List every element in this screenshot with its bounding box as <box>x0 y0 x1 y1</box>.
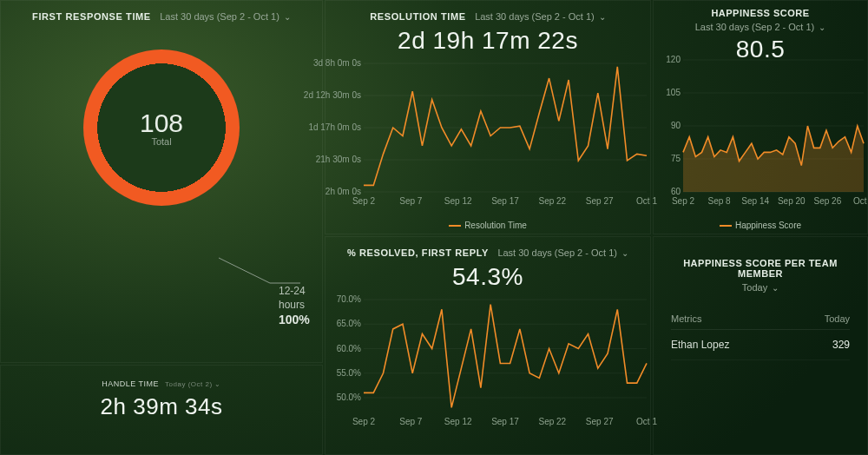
chart-svg: 50.0%55.0%60.0%65.0%70.0%Sep 2Sep 7Sep 1… <box>364 300 647 428</box>
svg-text:Oct 1: Oct 1 <box>853 196 868 206</box>
chart-resolution: 2h 0m 0s21h 30m 0s1d 17h 0m 0s2d 12h 30m… <box>364 63 647 208</box>
panel-header: HANDLE TIME Today (Oct 2) ⌄ <box>1 366 322 388</box>
svg-text:Sep 14: Sep 14 <box>741 196 769 206</box>
date-range-label: Today (Oct 2) <box>165 380 213 388</box>
panel-header: HAPPINESS SCORE Last 30 days (Sep 2 - Oc… <box>654 1 867 32</box>
svg-text:120: 120 <box>666 55 681 64</box>
callout-line1: 12-24 <box>279 284 310 298</box>
svg-text:60: 60 <box>671 187 681 196</box>
kpi-value: 2d 19h 17m 22s <box>326 27 650 55</box>
svg-text:Sep 2: Sep 2 <box>672 196 695 206</box>
table-row[interactable]: Ethan Lopez329 <box>671 330 850 360</box>
panel-header: RESOLUTION TIME Last 30 days (Sep 2 - Oc… <box>326 1 650 23</box>
date-range-selector[interactable]: Last 30 days (Sep 2 - Oct 1) ⌄ <box>654 22 867 32</box>
svg-text:75: 75 <box>671 154 681 163</box>
kpi-title: HANDLE TIME <box>102 379 159 388</box>
svg-text:70.0%: 70.0% <box>337 294 361 304</box>
chart-resolved: 50.0%55.0%60.0%65.0%70.0%Sep 2Sep 7Sep 1… <box>364 300 647 428</box>
col-metric: Metrics <box>671 313 701 324</box>
chevron-down-icon: ⌄ <box>599 12 606 22</box>
svg-text:2h 0m 0s: 2h 0m 0s <box>326 187 361 196</box>
kpi-value: 54.3% <box>326 263 650 291</box>
legend-swatch <box>449 225 461 227</box>
panel-happiness-score: HAPPINESS SCORE Last 30 days (Sep 2 - Oc… <box>653 0 868 234</box>
row-value: 329 <box>832 339 850 351</box>
kpi-title: % RESOLVED, FIRST REPLY <box>347 247 489 258</box>
svg-text:Sep 22: Sep 22 <box>538 417 566 426</box>
kpi-title: HAPPINESS SCORE <box>654 8 867 18</box>
svg-text:Sep 2: Sep 2 <box>352 196 376 206</box>
chevron-down-icon: ⌄ <box>819 23 825 32</box>
date-range-selector[interactable]: Today ⌄ <box>671 282 850 293</box>
svg-text:60.0%: 60.0% <box>337 344 361 353</box>
chart-happiness: 607590105120Sep 2Sep 8Sep 14Sep 20Sep 26… <box>683 60 864 208</box>
chart-legend: Happiness Score <box>654 221 867 230</box>
svg-text:Sep 7: Sep 7 <box>399 196 423 206</box>
svg-text:21h 30m 0s: 21h 30m 0s <box>316 155 361 164</box>
date-range-selector[interactable]: Last 30 days (Sep 2 - Oct 1) ⌄ <box>497 247 628 258</box>
panel-resolution-time: RESOLUTION TIME Last 30 days (Sep 2 - Oc… <box>325 0 651 234</box>
chevron-down-icon: ⌄ <box>772 283 779 293</box>
chart-legend: Resolution Time <box>326 221 650 230</box>
panel-resolved-first-reply: % RESOLVED, FIRST REPLY Last 30 days (Se… <box>325 236 651 455</box>
kpi-title: HAPPINESS SCORE PER TEAM MEMBER <box>671 258 850 279</box>
date-range-label: Last 30 days (Sep 2 - Oct 1) <box>475 11 595 22</box>
panel-happiness-per-member: HAPPINESS SCORE PER TEAM MEMBER Today ⌄ … <box>653 236 868 455</box>
svg-text:Sep 12: Sep 12 <box>444 417 472 426</box>
svg-text:Sep 17: Sep 17 <box>491 417 519 426</box>
svg-text:65.0%: 65.0% <box>337 319 361 328</box>
leader-line <box>1 1 324 364</box>
date-range-selector[interactable]: Today (Oct 2) ⌄ <box>165 380 221 388</box>
svg-text:Sep 17: Sep 17 <box>491 196 519 206</box>
svg-text:Sep 8: Sep 8 <box>708 196 732 206</box>
kpi-value: 2h 39m 34s <box>1 393 322 420</box>
panel-handle-time: HANDLE TIME Today (Oct 2) ⌄ 2h 39m 34s <box>0 365 323 455</box>
svg-text:Sep 22: Sep 22 <box>538 196 566 206</box>
chevron-down-icon: ⌄ <box>621 248 628 258</box>
svg-text:105: 105 <box>666 88 681 97</box>
svg-text:Sep 2: Sep 2 <box>352 417 376 426</box>
svg-text:Sep 27: Sep 27 <box>586 417 614 426</box>
table-header: Metrics Today <box>671 305 850 330</box>
callout-line2: hours <box>279 298 310 312</box>
date-range-selector[interactable]: Last 30 days (Sep 2 - Oct 1) ⌄ <box>475 11 606 22</box>
chart-svg: 607590105120Sep 2Sep 8Sep 14Sep 20Sep 26… <box>683 60 864 208</box>
panel-header: HAPPINESS SCORE PER TEAM MEMBER Today ⌄ <box>671 258 850 293</box>
svg-text:Sep 7: Sep 7 <box>399 417 423 426</box>
svg-text:1d 17h 0m 0s: 1d 17h 0m 0s <box>308 122 361 132</box>
date-range-label: Last 30 days (Sep 2 - Oct 1) <box>497 247 617 258</box>
chart-svg: 2h 0m 0s21h 30m 0s1d 17h 0m 0s2d 12h 30m… <box>364 63 647 208</box>
date-range-label: Today <box>742 282 767 293</box>
row-name: Ethan Lopez <box>671 339 729 351</box>
svg-text:Sep 20: Sep 20 <box>778 196 806 206</box>
svg-text:Sep 12: Sep 12 <box>444 196 472 206</box>
date-range-label: Last 30 days (Sep 2 - Oct 1) <box>695 22 815 32</box>
svg-text:Sep 27: Sep 27 <box>586 196 614 206</box>
kpi-title: RESOLUTION TIME <box>370 11 465 22</box>
panel-first-response: FIRST RESPONSE TIME Last 30 days (Sep 2 … <box>0 0 323 363</box>
col-value: Today <box>825 313 850 324</box>
donut-callout: 12-24 hours 100% <box>279 284 310 328</box>
svg-text:Sep 26: Sep 26 <box>814 196 842 206</box>
svg-text:3d 8h 0m 0s: 3d 8h 0m 0s <box>313 58 361 68</box>
panel-header: % RESOLVED, FIRST REPLY Last 30 days (Se… <box>326 237 650 260</box>
legend-label: Resolution Time <box>464 221 527 230</box>
svg-text:2d 12h 30m 0s: 2d 12h 30m 0s <box>304 90 361 100</box>
svg-text:50.0%: 50.0% <box>337 392 361 402</box>
chevron-down-icon: ⌄ <box>214 380 221 388</box>
svg-text:90: 90 <box>671 121 681 130</box>
legend-label: Happiness Score <box>735 221 801 230</box>
callout-pct: 100% <box>279 312 310 328</box>
svg-text:55.0%: 55.0% <box>337 368 361 378</box>
legend-swatch <box>720 225 732 227</box>
